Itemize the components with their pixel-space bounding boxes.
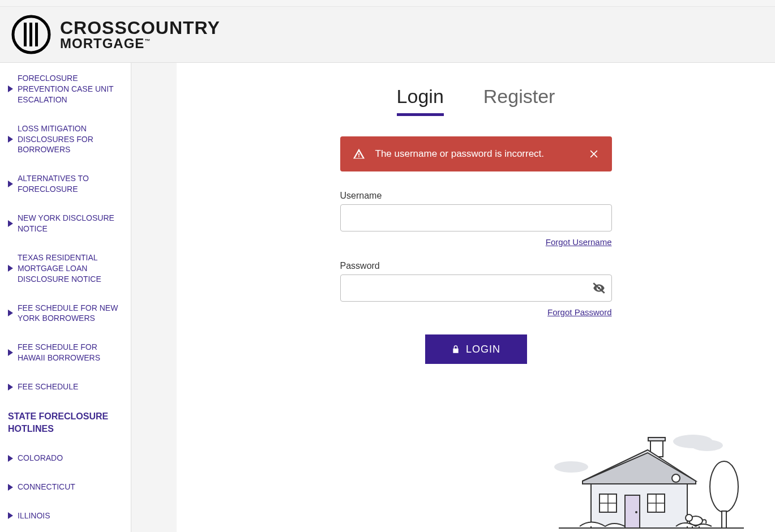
warning-icon <box>353 148 365 160</box>
caret-right-icon <box>8 220 13 227</box>
sidebar: FORECLOSURE PREVENTION CASE UNIT ESCALAT… <box>0 63 131 532</box>
sidebar-item-illinois[interactable]: ILLINOIS <box>6 506 125 526</box>
brand-logo: CROSSCOUNTRY MORTGAGE™ <box>11 15 220 54</box>
svg-rect-2 <box>29 23 32 46</box>
tab-login[interactable]: Login <box>397 85 444 116</box>
sidebar-item-label: COLORADO <box>18 453 63 464</box>
svg-rect-19 <box>625 495 640 528</box>
login-button-label: LOGIN <box>466 344 500 355</box>
sidebar-item-loss-mitigation[interactable]: LOSS MITIGATION DISCLOSURES FOR BORROWER… <box>6 119 125 160</box>
sidebar-item-fee-hi[interactable]: FEE SCHEDULE FOR HAWAII BORROWERS <box>6 337 125 368</box>
auth-tabs: Login Register <box>199 85 752 116</box>
brand-text: CROSSCOUNTRY MORTGAGE™ <box>60 19 220 50</box>
brand-line1: CROSSCOUNTRY <box>60 19 220 37</box>
house-illustration <box>549 427 752 532</box>
sidebar-item-ny-disclosure[interactable]: NEW YORK DISCLOSURE NOTICE <box>6 208 125 239</box>
caret-right-icon <box>8 455 13 462</box>
forgot-password-link[interactable]: Forgot Password <box>547 307 611 317</box>
sidebar-item-label: CONNECTICUT <box>18 482 75 492</box>
sidebar-item-label: NEW YORK DISCLOSURE NOTICE <box>18 213 123 234</box>
error-message: The username or password is incorrect. <box>375 148 588 160</box>
caret-right-icon <box>8 181 13 187</box>
sidebar-item-label: LOSS MITIGATION DISCLOSURES FOR BORROWER… <box>18 123 123 156</box>
sidebar-item-label: FEE SCHEDULE <box>18 381 78 392</box>
sidebar-item-label: ILLINOIS <box>18 510 50 521</box>
svg-point-22 <box>710 461 738 512</box>
password-input[interactable] <box>340 274 612 302</box>
svg-point-5 <box>691 440 723 451</box>
caret-right-icon <box>8 384 13 391</box>
svg-point-6 <box>554 461 588 473</box>
caret-right-icon <box>8 349 13 356</box>
main-content: Login Register The username or password … <box>177 63 775 532</box>
tab-register[interactable]: Register <box>483 85 555 116</box>
caret-right-icon <box>8 265 13 272</box>
caret-right-icon <box>8 310 13 316</box>
sidebar-item-fee-ny[interactable]: FEE SCHEDULE FOR NEW YORK BORROWERS <box>6 298 125 329</box>
sidebar-item-label: FEE SCHEDULE FOR HAWAII BORROWERS <box>18 342 123 363</box>
caret-right-icon <box>8 512 13 519</box>
sidebar-item-fee-schedule[interactable]: FEE SCHEDULE <box>6 377 125 397</box>
window-topbar <box>0 0 775 7</box>
login-form: The username or password is incorrect. U… <box>340 136 612 364</box>
toggle-password-visibility[interactable] <box>592 281 606 295</box>
brand-line2: MORTGAGE™ <box>60 37 220 50</box>
caret-right-icon <box>8 484 13 491</box>
brand-mark-icon <box>11 15 51 54</box>
username-label: Username <box>340 191 612 201</box>
username-input[interactable] <box>340 204 612 231</box>
forgot-username-link[interactable]: Forgot Username <box>546 237 612 247</box>
caret-right-icon <box>8 136 13 143</box>
login-button[interactable]: LOGIN <box>425 334 527 364</box>
password-label: Password <box>340 261 612 271</box>
svg-rect-3 <box>35 23 38 46</box>
password-field: Password <box>340 261 612 302</box>
svg-point-12 <box>672 474 680 482</box>
lock-icon <box>451 344 460 354</box>
username-field: Username <box>340 191 612 231</box>
sidebar-item-label: TEXAS RESIDENTIAL MORTGAGE LOAN DISCLOSU… <box>18 252 123 285</box>
svg-rect-23 <box>722 511 726 528</box>
svg-point-25 <box>686 514 692 521</box>
svg-point-20 <box>635 511 637 513</box>
svg-rect-1 <box>24 23 27 46</box>
close-alert-button[interactable] <box>588 148 600 160</box>
sidebar-item-foreclosure-prevention[interactable]: FORECLOSURE PREVENTION CASE UNIT ESCALAT… <box>6 68 125 110</box>
sidebar-item-tx-disclosure[interactable]: TEXAS RESIDENTIAL MORTGAGE LOAN DISCLOSU… <box>6 248 125 289</box>
sidebar-item-label: ALTERNATIVES TO FORECLOSURE <box>18 173 123 195</box>
sidebar-section-title: STATE FORECLOSURE HOTLINES <box>6 406 125 439</box>
sidebar-item-connecticut[interactable]: CONNECTICUT <box>6 477 125 497</box>
sidebar-item-alternatives[interactable]: ALTERNATIVES TO FORECLOSURE <box>6 169 125 199</box>
sidebar-item-label: FORECLOSURE PREVENTION CASE UNIT ESCALAT… <box>18 73 123 105</box>
svg-rect-8 <box>648 437 665 441</box>
site-header: CROSSCOUNTRY MORTGAGE™ <box>0 7 775 63</box>
sidebar-item-colorado[interactable]: COLORADO <box>6 448 125 468</box>
error-alert: The username or password is incorrect. <box>340 136 612 171</box>
eye-off-icon <box>592 281 606 295</box>
caret-right-icon <box>8 85 13 92</box>
sidebar-item-label: FEE SCHEDULE FOR NEW YORK BORROWERS <box>18 303 123 324</box>
content-gutter <box>131 63 177 532</box>
